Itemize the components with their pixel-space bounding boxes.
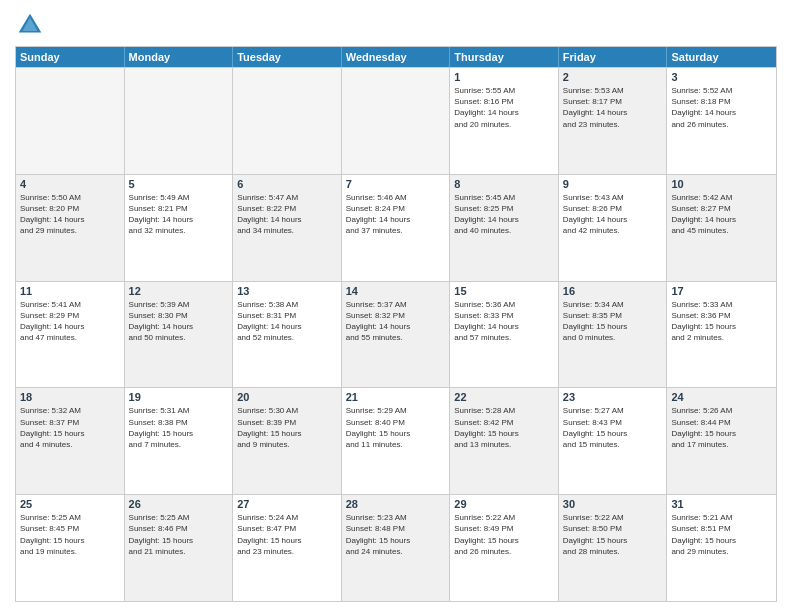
logo xyxy=(15,10,49,40)
day-info: Sunrise: 5:25 AM Sunset: 8:45 PM Dayligh… xyxy=(20,512,120,557)
calendar-cell: 6Sunrise: 5:47 AM Sunset: 8:22 PM Daylig… xyxy=(233,175,342,281)
day-info: Sunrise: 5:45 AM Sunset: 8:25 PM Dayligh… xyxy=(454,192,554,237)
day-info: Sunrise: 5:23 AM Sunset: 8:48 PM Dayligh… xyxy=(346,512,446,557)
day-number: 27 xyxy=(237,498,337,510)
calendar-cell: 19Sunrise: 5:31 AM Sunset: 8:38 PM Dayli… xyxy=(125,388,234,494)
calendar-cell: 4Sunrise: 5:50 AM Sunset: 8:20 PM Daylig… xyxy=(16,175,125,281)
calendar-cell: 20Sunrise: 5:30 AM Sunset: 8:39 PM Dayli… xyxy=(233,388,342,494)
calendar-cell: 9Sunrise: 5:43 AM Sunset: 8:26 PM Daylig… xyxy=(559,175,668,281)
day-info: Sunrise: 5:24 AM Sunset: 8:47 PM Dayligh… xyxy=(237,512,337,557)
day-info: Sunrise: 5:52 AM Sunset: 8:18 PM Dayligh… xyxy=(671,85,772,130)
day-info: Sunrise: 5:33 AM Sunset: 8:36 PM Dayligh… xyxy=(671,299,772,344)
day-info: Sunrise: 5:53 AM Sunset: 8:17 PM Dayligh… xyxy=(563,85,663,130)
calendar-cell xyxy=(233,68,342,174)
day-info: Sunrise: 5:29 AM Sunset: 8:40 PM Dayligh… xyxy=(346,405,446,450)
weekday-header-monday: Monday xyxy=(125,47,234,67)
calendar-cell: 31Sunrise: 5:21 AM Sunset: 8:51 PM Dayli… xyxy=(667,495,776,601)
calendar-cell: 7Sunrise: 5:46 AM Sunset: 8:24 PM Daylig… xyxy=(342,175,451,281)
day-info: Sunrise: 5:49 AM Sunset: 8:21 PM Dayligh… xyxy=(129,192,229,237)
day-info: Sunrise: 5:27 AM Sunset: 8:43 PM Dayligh… xyxy=(563,405,663,450)
page: SundayMondayTuesdayWednesdayThursdayFrid… xyxy=(0,0,792,612)
calendar-cell: 13Sunrise: 5:38 AM Sunset: 8:31 PM Dayli… xyxy=(233,282,342,388)
day-info: Sunrise: 5:50 AM Sunset: 8:20 PM Dayligh… xyxy=(20,192,120,237)
day-number: 1 xyxy=(454,71,554,83)
calendar-cell: 26Sunrise: 5:25 AM Sunset: 8:46 PM Dayli… xyxy=(125,495,234,601)
calendar-week-4: 18Sunrise: 5:32 AM Sunset: 8:37 PM Dayli… xyxy=(16,387,776,494)
day-info: Sunrise: 5:26 AM Sunset: 8:44 PM Dayligh… xyxy=(671,405,772,450)
calendar-cell: 16Sunrise: 5:34 AM Sunset: 8:35 PM Dayli… xyxy=(559,282,668,388)
weekday-header-wednesday: Wednesday xyxy=(342,47,451,67)
day-number: 19 xyxy=(129,391,229,403)
day-info: Sunrise: 5:30 AM Sunset: 8:39 PM Dayligh… xyxy=(237,405,337,450)
day-number: 2 xyxy=(563,71,663,83)
day-number: 28 xyxy=(346,498,446,510)
day-number: 11 xyxy=(20,285,120,297)
calendar-cell: 28Sunrise: 5:23 AM Sunset: 8:48 PM Dayli… xyxy=(342,495,451,601)
day-number: 10 xyxy=(671,178,772,190)
weekday-header-saturday: Saturday xyxy=(667,47,776,67)
calendar-cell xyxy=(125,68,234,174)
day-number: 12 xyxy=(129,285,229,297)
day-number: 21 xyxy=(346,391,446,403)
calendar-cell: 27Sunrise: 5:24 AM Sunset: 8:47 PM Dayli… xyxy=(233,495,342,601)
calendar-cell: 21Sunrise: 5:29 AM Sunset: 8:40 PM Dayli… xyxy=(342,388,451,494)
day-number: 20 xyxy=(237,391,337,403)
calendar-cell: 15Sunrise: 5:36 AM Sunset: 8:33 PM Dayli… xyxy=(450,282,559,388)
day-number: 14 xyxy=(346,285,446,297)
calendar-cell: 29Sunrise: 5:22 AM Sunset: 8:49 PM Dayli… xyxy=(450,495,559,601)
calendar-cell: 12Sunrise: 5:39 AM Sunset: 8:30 PM Dayli… xyxy=(125,282,234,388)
day-number: 4 xyxy=(20,178,120,190)
calendar-cell: 17Sunrise: 5:33 AM Sunset: 8:36 PM Dayli… xyxy=(667,282,776,388)
calendar-cell: 18Sunrise: 5:32 AM Sunset: 8:37 PM Dayli… xyxy=(16,388,125,494)
calendar-cell: 8Sunrise: 5:45 AM Sunset: 8:25 PM Daylig… xyxy=(450,175,559,281)
day-info: Sunrise: 5:22 AM Sunset: 8:50 PM Dayligh… xyxy=(563,512,663,557)
day-info: Sunrise: 5:38 AM Sunset: 8:31 PM Dayligh… xyxy=(237,299,337,344)
day-info: Sunrise: 5:28 AM Sunset: 8:42 PM Dayligh… xyxy=(454,405,554,450)
day-info: Sunrise: 5:39 AM Sunset: 8:30 PM Dayligh… xyxy=(129,299,229,344)
day-info: Sunrise: 5:32 AM Sunset: 8:37 PM Dayligh… xyxy=(20,405,120,450)
day-number: 24 xyxy=(671,391,772,403)
day-info: Sunrise: 5:55 AM Sunset: 8:16 PM Dayligh… xyxy=(454,85,554,130)
day-number: 6 xyxy=(237,178,337,190)
calendar-cell xyxy=(16,68,125,174)
calendar-cell: 24Sunrise: 5:26 AM Sunset: 8:44 PM Dayli… xyxy=(667,388,776,494)
day-info: Sunrise: 5:43 AM Sunset: 8:26 PM Dayligh… xyxy=(563,192,663,237)
day-number: 16 xyxy=(563,285,663,297)
calendar: SundayMondayTuesdayWednesdayThursdayFrid… xyxy=(15,46,777,602)
day-info: Sunrise: 5:47 AM Sunset: 8:22 PM Dayligh… xyxy=(237,192,337,237)
calendar-cell: 3Sunrise: 5:52 AM Sunset: 8:18 PM Daylig… xyxy=(667,68,776,174)
calendar-cell: 22Sunrise: 5:28 AM Sunset: 8:42 PM Dayli… xyxy=(450,388,559,494)
day-info: Sunrise: 5:41 AM Sunset: 8:29 PM Dayligh… xyxy=(20,299,120,344)
day-number: 18 xyxy=(20,391,120,403)
calendar-cell: 10Sunrise: 5:42 AM Sunset: 8:27 PM Dayli… xyxy=(667,175,776,281)
calendar-cell: 30Sunrise: 5:22 AM Sunset: 8:50 PM Dayli… xyxy=(559,495,668,601)
day-number: 9 xyxy=(563,178,663,190)
day-info: Sunrise: 5:36 AM Sunset: 8:33 PM Dayligh… xyxy=(454,299,554,344)
day-info: Sunrise: 5:25 AM Sunset: 8:46 PM Dayligh… xyxy=(129,512,229,557)
logo-icon xyxy=(15,10,45,40)
header xyxy=(15,10,777,40)
day-number: 15 xyxy=(454,285,554,297)
calendar-cell: 1Sunrise: 5:55 AM Sunset: 8:16 PM Daylig… xyxy=(450,68,559,174)
calendar-week-2: 4Sunrise: 5:50 AM Sunset: 8:20 PM Daylig… xyxy=(16,174,776,281)
calendar-cell: 23Sunrise: 5:27 AM Sunset: 8:43 PM Dayli… xyxy=(559,388,668,494)
day-number: 30 xyxy=(563,498,663,510)
day-info: Sunrise: 5:42 AM Sunset: 8:27 PM Dayligh… xyxy=(671,192,772,237)
day-info: Sunrise: 5:31 AM Sunset: 8:38 PM Dayligh… xyxy=(129,405,229,450)
calendar-body: 1Sunrise: 5:55 AM Sunset: 8:16 PM Daylig… xyxy=(16,67,776,601)
day-number: 8 xyxy=(454,178,554,190)
weekday-header-tuesday: Tuesday xyxy=(233,47,342,67)
day-number: 13 xyxy=(237,285,337,297)
calendar-week-5: 25Sunrise: 5:25 AM Sunset: 8:45 PM Dayli… xyxy=(16,494,776,601)
calendar-cell: 11Sunrise: 5:41 AM Sunset: 8:29 PM Dayli… xyxy=(16,282,125,388)
calendar-cell xyxy=(342,68,451,174)
day-number: 17 xyxy=(671,285,772,297)
calendar-cell: 25Sunrise: 5:25 AM Sunset: 8:45 PM Dayli… xyxy=(16,495,125,601)
calendar-week-1: 1Sunrise: 5:55 AM Sunset: 8:16 PM Daylig… xyxy=(16,67,776,174)
day-number: 5 xyxy=(129,178,229,190)
day-info: Sunrise: 5:34 AM Sunset: 8:35 PM Dayligh… xyxy=(563,299,663,344)
calendar-header: SundayMondayTuesdayWednesdayThursdayFrid… xyxy=(16,47,776,67)
weekday-header-sunday: Sunday xyxy=(16,47,125,67)
calendar-cell: 2Sunrise: 5:53 AM Sunset: 8:17 PM Daylig… xyxy=(559,68,668,174)
day-number: 26 xyxy=(129,498,229,510)
